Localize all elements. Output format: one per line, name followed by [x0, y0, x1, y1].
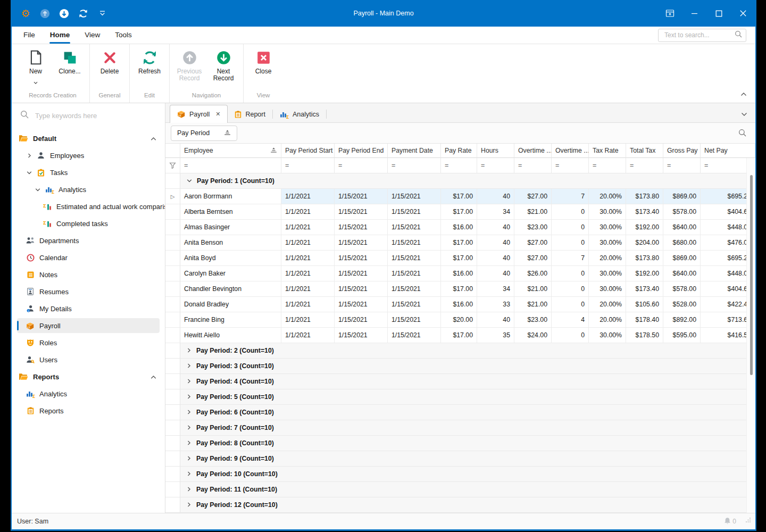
ribbon-display-options-icon[interactable]: [657, 0, 682, 27]
cell-payment-date[interactable]: 1/15/2021: [388, 189, 441, 204]
filter-cell-6[interactable]: =: [477, 158, 514, 173]
app-gear-icon[interactable]: ⚙: [20, 8, 31, 19]
column-header-payment-date[interactable]: Payment Date: [388, 144, 441, 158]
data-row[interactable]: Donald Bradley1/1/20211/15/20211/15/2021…: [165, 297, 755, 312]
cell-overtime-[interactable]: $27.00: [514, 189, 552, 204]
cell-gross-pay[interactable]: $640.00: [663, 266, 701, 281]
cell-gross-pay[interactable]: $869.00: [663, 251, 701, 266]
sidebar-item-estimated-and-actual-work-comparison[interactable]: ΣEstimated and actual work comparison: [12, 198, 165, 215]
column-header-employee[interactable]: Employee: [180, 144, 281, 158]
cell-employee[interactable]: Carolyn Baker: [180, 266, 281, 281]
chevron-right-icon[interactable]: [187, 455, 192, 462]
cell-employee[interactable]: Almas Basinger: [180, 220, 281, 235]
menu-view[interactable]: View: [77, 27, 107, 44]
cell-overtime-[interactable]: $26.00: [514, 266, 552, 281]
filter-cell-11[interactable]: =: [663, 158, 701, 173]
cell-pay-rate[interactable]: $16.00: [441, 220, 477, 235]
chevron-right-icon[interactable]: [187, 486, 192, 493]
cell-pay-period-start[interactable]: 1/1/2021: [281, 297, 335, 312]
cell-pay-period-start[interactable]: 1/1/2021: [281, 204, 335, 220]
filter-cell-3[interactable]: =: [335, 158, 388, 173]
cell-gross-pay[interactable]: $680.00: [663, 235, 701, 251]
group-row[interactable]: Pay Period: 4 (Count=10): [165, 374, 755, 389]
cell-tax-rate[interactable]: 20.00%: [589, 189, 626, 204]
data-row[interactable]: Anita Boyd1/1/20211/15/20211/15/2021$17.…: [165, 251, 755, 266]
collapse-section-icon[interactable]: [151, 373, 156, 381]
cell-overtime-[interactable]: $23.00: [514, 312, 552, 328]
cell-gross-pay[interactable]: $528.00: [663, 297, 701, 312]
sidebar-item-users[interactable]: Users: [12, 351, 165, 368]
data-row[interactable]: Almas Basinger1/1/20211/15/20211/15/2021…: [165, 220, 755, 235]
cell-employee[interactable]: Anita Boyd: [180, 251, 281, 266]
sidebar-section-reports[interactable]: Reports: [12, 368, 165, 385]
cell-pay-period-start[interactable]: 1/1/2021: [281, 220, 335, 235]
previous-record-quick-icon[interactable]: [39, 8, 50, 19]
chevron-right-icon[interactable]: [187, 378, 192, 385]
cell-overtime-[interactable]: 0: [552, 235, 589, 251]
data-row[interactable]: Carolyn Baker1/1/20211/15/20211/15/2021$…: [165, 266, 755, 281]
sidebar-item-my-details[interactable]: iMy Details: [12, 300, 165, 317]
grouped-column-chip[interactable]: Pay Period: [171, 126, 237, 141]
group-row[interactable]: Pay Period: 3 (Count=10): [165, 359, 755, 374]
filter-cell-4[interactable]: =: [388, 158, 441, 173]
cell-pay-period-end[interactable]: 1/15/2021: [335, 235, 388, 251]
menu-tools[interactable]: Tools: [107, 27, 139, 44]
new-button[interactable]: New: [19, 48, 52, 87]
chevron-right-icon[interactable]: [187, 439, 192, 447]
cell-hours[interactable]: 35: [477, 328, 514, 343]
cell-gross-pay[interactable]: $578.00: [663, 281, 701, 297]
cell-pay-period-start[interactable]: 1/1/2021: [281, 189, 335, 204]
cell-pay-rate[interactable]: $16.00: [441, 266, 477, 281]
sidebar-search[interactable]: [12, 103, 165, 126]
next-record-quick-icon[interactable]: [59, 8, 69, 19]
sidebar-item-roles[interactable]: Roles: [12, 334, 165, 351]
cell-tax-rate[interactable]: 20.00%: [589, 312, 626, 328]
cell-overtime-[interactable]: 0: [552, 281, 589, 297]
cell-pay-period-start[interactable]: 1/1/2021: [281, 251, 335, 266]
column-header-overtime-[interactable]: Overtime ...: [514, 144, 552, 158]
cell-pay-rate[interactable]: $17.00: [441, 204, 477, 220]
data-row[interactable]: Chandler Bevington1/1/20211/15/20211/15/…: [165, 281, 755, 297]
sidebar-item-analytics[interactable]: ΣAnalytics: [12, 385, 165, 402]
refresh-button[interactable]: Refresh: [133, 48, 166, 75]
cell-pay-rate[interactable]: $17.00: [441, 251, 477, 266]
cell-payment-date[interactable]: 1/15/2021: [388, 266, 441, 281]
filter-cell-9[interactable]: =: [589, 158, 626, 173]
cell-pay-rate[interactable]: $20.00: [441, 312, 477, 328]
filter-row-icon-cell[interactable]: [165, 158, 180, 173]
cell-payment-date[interactable]: 1/15/2021: [388, 251, 441, 266]
cell-total-tax[interactable]: $192.00: [626, 220, 663, 235]
cell-overtime-[interactable]: 7: [552, 189, 589, 204]
cell-hours[interactable]: 40: [477, 266, 514, 281]
chevron-down-icon[interactable]: [187, 177, 192, 185]
cell-payment-date[interactable]: 1/15/2021: [388, 220, 441, 235]
cell-pay-period-end[interactable]: 1/15/2021: [335, 189, 388, 204]
data-row[interactable]: Anita Benson1/1/20211/15/20211/15/2021$1…: [165, 235, 755, 251]
cell-total-tax[interactable]: $173.40: [626, 281, 663, 297]
column-header-gross-pay[interactable]: Gross Pay: [663, 144, 701, 158]
scrollbar-thumb[interactable]: [750, 175, 753, 375]
cell-payment-date[interactable]: 1/15/2021: [388, 312, 441, 328]
cell-payment-date[interactable]: 1/15/2021: [388, 297, 441, 312]
cell-gross-pay[interactable]: $640.00: [663, 220, 701, 235]
group-row[interactable]: Pay Period: 9 (Count=10): [165, 451, 755, 467]
group-row[interactable]: Pay Period: 1 (Count=10): [165, 173, 755, 189]
sidebar-section-default[interactable]: Default: [12, 130, 165, 147]
cell-pay-period-end[interactable]: 1/15/2021: [335, 281, 388, 297]
cell-pay-period-end[interactable]: 1/15/2021: [335, 297, 388, 312]
column-header-tax-rate[interactable]: Tax Rate: [589, 144, 626, 158]
cell-gross-pay[interactable]: $595.00: [663, 328, 701, 343]
cell-tax-rate[interactable]: 20.00%: [589, 251, 626, 266]
cell-payment-date[interactable]: 1/15/2021: [388, 235, 441, 251]
cell-hours[interactable]: 40: [477, 189, 514, 204]
sidebar-item-analytics[interactable]: ΣAnalytics: [12, 181, 165, 198]
cell-overtime-[interactable]: $27.00: [514, 235, 552, 251]
cell-payment-date[interactable]: 1/15/2021: [388, 204, 441, 220]
cell-hours[interactable]: 34: [477, 281, 514, 297]
cell-tax-rate[interactable]: 30.00%: [589, 328, 626, 343]
sidebar-item-calendar[interactable]: Calendar: [12, 249, 165, 266]
cell-pay-period-start[interactable]: 1/1/2021: [281, 281, 335, 297]
cell-pay-rate[interactable]: $16.00: [441, 297, 477, 312]
cell-pay-period-end[interactable]: 1/15/2021: [335, 328, 388, 343]
sidebar-item-completed-tasks[interactable]: ΣCompleted tasks: [12, 215, 165, 232]
